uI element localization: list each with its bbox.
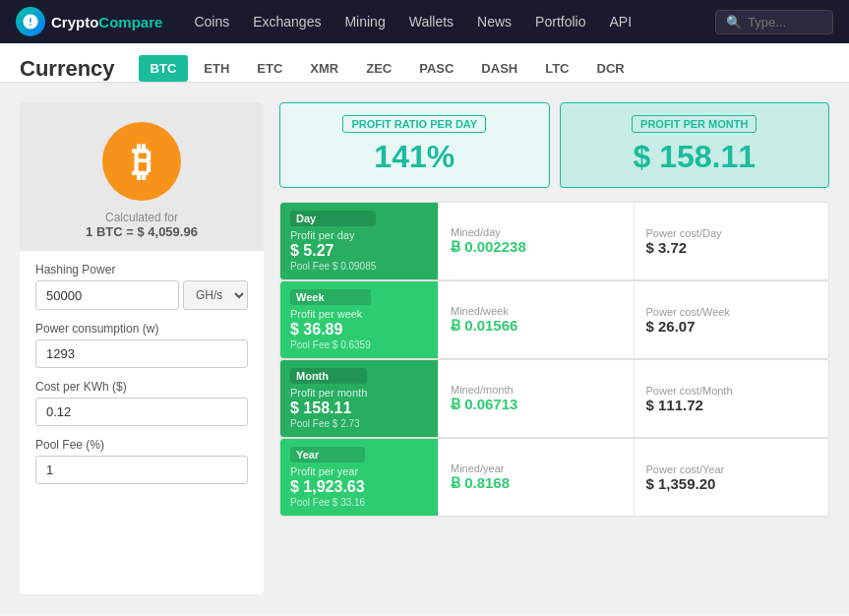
calc-value: 1 BTC = $ 4,059.96 bbox=[20, 224, 264, 239]
tab-xmr[interactable]: XMR bbox=[298, 55, 350, 82]
hashing-power-input-group: GH/s TH/s MH/s bbox=[35, 280, 248, 310]
power-cell: Power cost/Week $ 26.07 bbox=[634, 281, 829, 358]
coin-header: ₿ Calculated for 1 BTC = $ 4,059.96 bbox=[20, 102, 264, 251]
row-profit-label: Profit per year bbox=[290, 465, 365, 477]
table-row: Day Profit per day $ 5.27 Pool Fee $ 0.0… bbox=[279, 202, 829, 280]
search-input[interactable] bbox=[748, 15, 826, 30]
nav-api[interactable]: API bbox=[609, 14, 632, 30]
row-pool-fee: Pool Fee $ 2.73 bbox=[290, 418, 367, 429]
row-profit-value: $ 36.89 bbox=[290, 321, 371, 339]
tab-zec[interactable]: ZEC bbox=[354, 55, 403, 82]
calc-for-label: Calculated for bbox=[20, 211, 264, 224]
power-value: $ 26.07 bbox=[646, 318, 818, 335]
row-pool-fee: Pool Fee $ 0.6359 bbox=[290, 339, 371, 350]
row-label-cell: Month Profit per month $ 158.11 Pool Fee… bbox=[280, 360, 438, 437]
search-icon: 🔍 bbox=[726, 15, 742, 30]
power-label: Power cost/Month bbox=[646, 385, 818, 397]
search-box[interactable]: 🔍 bbox=[715, 10, 833, 34]
mined-cell: Mined/day Ƀ 0.002238 bbox=[438, 203, 634, 279]
row-profit-value: $ 5.27 bbox=[290, 242, 376, 260]
mined-value: Ƀ 0.06713 bbox=[451, 396, 622, 413]
pool-fee-label: Pool Fee (%) bbox=[35, 438, 248, 452]
results-panel: PROFIT RATIO PER DAY 141% PROFIT PER MON… bbox=[279, 102, 829, 594]
tab-dash[interactable]: DASH bbox=[469, 55, 529, 82]
mined-value: Ƀ 0.002238 bbox=[451, 238, 622, 256]
table-row: Month Profit per month $ 158.11 Pool Fee… bbox=[279, 359, 829, 438]
power-consumption-group: Power consumption (w) bbox=[35, 322, 248, 368]
mined-cell: Mined/month Ƀ 0.06713 bbox=[438, 360, 634, 437]
table-row: Week Profit per week $ 36.89 Pool Fee $ … bbox=[279, 280, 829, 359]
btc-icon: ₿ bbox=[102, 122, 181, 201]
hashing-power-label: Hashing Power bbox=[35, 263, 248, 277]
power-label: Power cost/Year bbox=[646, 463, 818, 475]
tab-btc[interactable]: BTC bbox=[139, 55, 189, 82]
tab-etc[interactable]: ETC bbox=[245, 55, 294, 82]
currency-tabs: BTC ETH ETC XMR ZEC PASC DASH LTC DCR bbox=[139, 55, 637, 82]
profit-ratio-value: 141% bbox=[296, 139, 533, 175]
profit-month-box: PROFIT PER MONTH $ 158.11 bbox=[560, 102, 830, 188]
logo-crypto: Crypto bbox=[51, 14, 98, 31]
calculator-panel: ₿ Calculated for 1 BTC = $ 4,059.96 Hash… bbox=[20, 102, 264, 594]
power-value: $ 1,359.20 bbox=[646, 475, 818, 492]
navbar: CryptoCompare Coins Exchanges Mining Wal… bbox=[0, 0, 849, 43]
mined-label: Mined/day bbox=[451, 226, 622, 238]
row-pool-fee: Pool Fee $ 0.09085 bbox=[290, 261, 376, 272]
pool-fee-input[interactable] bbox=[35, 456, 248, 484]
mined-label: Mined/week bbox=[451, 305, 622, 317]
mined-value: Ƀ 0.8168 bbox=[451, 474, 622, 492]
input-fields: Hashing Power GH/s TH/s MH/s Power consu… bbox=[20, 251, 264, 508]
mined-value: Ƀ 0.01566 bbox=[451, 317, 622, 335]
hashing-power-group: Hashing Power GH/s TH/s MH/s bbox=[35, 263, 248, 310]
mined-label: Mined/year bbox=[451, 462, 622, 474]
logo[interactable]: CryptoCompare bbox=[16, 7, 162, 36]
row-period: Day bbox=[290, 211, 376, 226]
mined-label: Mined/month bbox=[451, 384, 622, 396]
row-label-cell: Day Profit per day $ 5.27 Pool Fee $ 0.0… bbox=[280, 203, 438, 279]
power-value: $ 3.72 bbox=[646, 239, 818, 256]
cost-per-kwh-group: Cost per KWh ($) bbox=[35, 380, 248, 426]
power-cell: Power cost/Year $ 1,359.20 bbox=[634, 439, 829, 516]
currency-header: Currency BTC ETH ETC XMR ZEC PASC DASH L… bbox=[0, 43, 849, 83]
profit-ratio-label: PROFIT RATIO PER DAY bbox=[342, 115, 486, 133]
cost-per-kwh-label: Cost per KWh ($) bbox=[35, 380, 248, 394]
row-period: Year bbox=[290, 447, 365, 462]
power-consumption-label: Power consumption (w) bbox=[35, 322, 248, 336]
power-value: $ 111.72 bbox=[646, 397, 818, 413]
mined-cell: Mined/year Ƀ 0.8168 bbox=[438, 439, 634, 516]
cost-per-kwh-input[interactable] bbox=[35, 398, 248, 426]
nav-coins[interactable]: Coins bbox=[194, 14, 229, 30]
row-profit-value: $ 158.11 bbox=[290, 400, 367, 417]
power-label: Power cost/Week bbox=[646, 306, 818, 318]
pool-fee-group: Pool Fee (%) bbox=[35, 438, 248, 484]
mined-cell: Mined/week Ƀ 0.01566 bbox=[438, 281, 634, 358]
logo-icon bbox=[16, 7, 45, 36]
power-label: Power cost/Day bbox=[646, 227, 818, 239]
nav-portfolio[interactable]: Portfolio bbox=[535, 14, 585, 30]
row-pool-fee: Pool Fee $ 33.16 bbox=[290, 497, 365, 508]
profit-summary: PROFIT RATIO PER DAY 141% PROFIT PER MON… bbox=[279, 102, 829, 188]
profit-month-label: PROFIT PER MONTH bbox=[632, 115, 757, 133]
tab-dcr[interactable]: DCR bbox=[585, 55, 637, 82]
tab-ltc[interactable]: LTC bbox=[533, 55, 580, 82]
row-profit-label: Profit per week bbox=[290, 308, 371, 320]
data-rows: Day Profit per day $ 5.27 Pool Fee $ 0.0… bbox=[279, 202, 829, 517]
logo-compare: Compare bbox=[98, 14, 162, 31]
page-title: Currency bbox=[20, 56, 115, 82]
tab-pasc[interactable]: PASC bbox=[407, 55, 465, 82]
row-label-cell: Week Profit per week $ 36.89 Pool Fee $ … bbox=[280, 281, 438, 358]
power-consumption-input[interactable] bbox=[35, 339, 248, 368]
table-row: Year Profit per year $ 1,923.63 Pool Fee… bbox=[279, 438, 829, 517]
power-cell: Power cost/Month $ 111.72 bbox=[634, 360, 829, 437]
nav-wallets[interactable]: Wallets bbox=[409, 14, 454, 30]
profit-month-value: $ 158.11 bbox=[576, 139, 814, 175]
hashing-unit-select[interactable]: GH/s TH/s MH/s bbox=[183, 280, 248, 310]
hashing-power-input[interactable] bbox=[35, 280, 179, 310]
nav-news[interactable]: News bbox=[477, 14, 512, 30]
row-period: Week bbox=[290, 289, 371, 305]
tab-eth[interactable]: ETH bbox=[192, 55, 241, 82]
main-content: ₿ Calculated for 1 BTC = $ 4,059.96 Hash… bbox=[0, 83, 849, 614]
nav-exchanges[interactable]: Exchanges bbox=[253, 14, 321, 30]
nav-mining[interactable]: Mining bbox=[344, 14, 385, 30]
row-label-cell: Year Profit per year $ 1,923.63 Pool Fee… bbox=[280, 439, 438, 516]
profit-ratio-box: PROFIT RATIO PER DAY 141% bbox=[279, 102, 550, 188]
